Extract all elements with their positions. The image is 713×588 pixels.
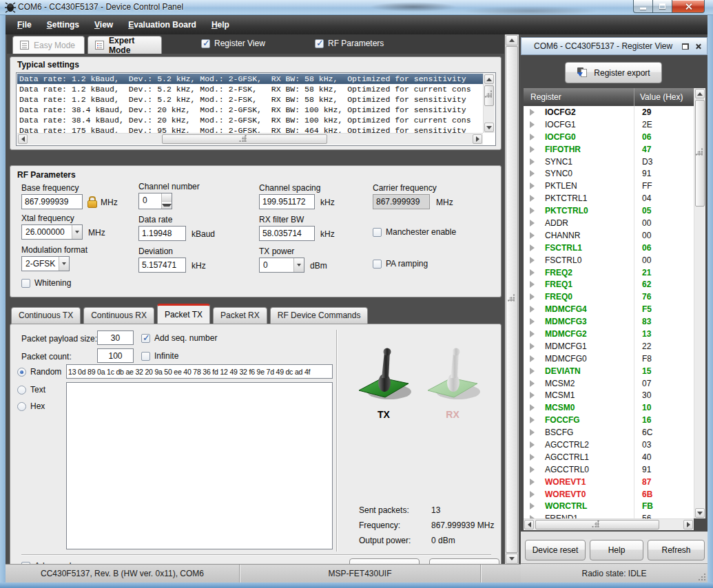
tab-continuous-tx[interactable]: Continuous TX [11, 307, 81, 324]
expand-icon[interactable] [530, 232, 535, 239]
register-row[interactable]: MDMCFG0F8 [524, 353, 694, 365]
register-row[interactable]: FSCTRL000 [524, 254, 694, 266]
deviation-input[interactable] [138, 258, 186, 273]
typical-setting-row[interactable]: Data rate: 175 kBaud, Dev.: 95 kHz, Mod.… [17, 125, 483, 133]
payload-textarea[interactable] [66, 382, 333, 549]
register-row[interactable]: DEVIATN15 [524, 365, 694, 377]
expand-icon[interactable] [530, 158, 535, 165]
table-hscrollbar[interactable] [524, 518, 694, 530]
tab-packet-tx[interactable]: Packet TX [157, 304, 210, 324]
register-row[interactable]: PKTCTRL005 [524, 204, 694, 217]
register-row[interactable]: IOCFG12E [524, 118, 694, 131]
expand-icon[interactable] [530, 207, 535, 214]
register-row[interactable]: IOCFG229 [524, 106, 694, 118]
table-hscroll-thumb[interactable] [535, 520, 659, 529]
listbox-vscrollbar[interactable] [483, 74, 495, 133]
close-button[interactable] [672, 0, 705, 13]
register-row[interactable]: AGCCTRL203 [524, 439, 694, 451]
register-row[interactable]: FREQ076 [524, 291, 694, 303]
expand-icon[interactable] [530, 134, 535, 140]
expand-icon[interactable] [530, 503, 535, 510]
tx-switch[interactable]: TX [352, 344, 415, 420]
register-row[interactable]: SYNC1D3 [524, 156, 694, 168]
expand-icon[interactable] [530, 429, 535, 436]
scroll-up-button[interactable] [695, 89, 705, 98]
expand-icon[interactable] [530, 244, 535, 251]
whitening-option[interactable]: Whitening [21, 278, 71, 288]
expand-icon[interactable] [530, 392, 535, 399]
scroll-up-button[interactable] [484, 74, 494, 84]
device-reset-button[interactable]: Device reset [525, 540, 586, 560]
refresh-button[interactable]: Refresh [648, 540, 705, 560]
vscroll-thumb[interactable] [484, 85, 494, 106]
register-row[interactable]: BSCFG6C [524, 426, 694, 439]
register-row[interactable]: MDMCFG213 [524, 328, 694, 340]
close-panel-icon[interactable] [695, 43, 701, 50]
data-rate-input[interactable] [138, 226, 186, 241]
menu-view[interactable]: View [87, 16, 121, 34]
register-row[interactable]: WORCTRLFB [524, 501, 694, 513]
tab-rf-device-commands[interactable]: RF Device Commands [270, 307, 369, 324]
spin-down-button[interactable] [162, 202, 172, 209]
expand-icon[interactable] [530, 368, 535, 375]
expand-icon[interactable] [530, 417, 535, 423]
scroll-left-button[interactable] [524, 520, 534, 529]
float-panel-icon[interactable] [682, 43, 689, 50]
scroll-down-button[interactable] [484, 123, 494, 132]
help-button[interactable]: Help [590, 540, 643, 560]
register-export-button[interactable]: Register export [565, 62, 662, 83]
register-row[interactable]: MCSM010 [524, 401, 694, 414]
scroll-right-button[interactable] [683, 520, 693, 529]
scroll-left-button[interactable] [18, 134, 28, 144]
pa-ramping-checkbox[interactable] [373, 260, 382, 269]
scroll-right-button[interactable] [473, 134, 482, 144]
register-row[interactable]: MCSM207 [524, 377, 694, 390]
manchester-enable-option[interactable]: Manchester enable [373, 227, 456, 237]
pa-ramping-option[interactable]: PA ramping [373, 259, 428, 269]
random-radio[interactable] [17, 368, 26, 377]
chevron-down-icon[interactable] [293, 258, 304, 272]
expand-icon[interactable] [530, 355, 535, 362]
menu-evaluation-board[interactable]: Evaluation Board [121, 16, 204, 34]
typical-settings-listbox[interactable]: Data rate: 1.2 kBaud, Dev.: 5.2 kHz, Mod… [16, 72, 496, 146]
expand-icon[interactable] [530, 269, 535, 276]
payload-size-input[interactable] [97, 330, 134, 345]
register-view-checkbox[interactable] [201, 39, 210, 48]
expand-icon[interactable] [530, 318, 535, 325]
register-row[interactable]: CHANNR00 [524, 229, 694, 242]
rf-parameters-toggle[interactable]: RF Parameters [315, 39, 384, 48]
xtal-frequency-select[interactable]: 26.000000 [21, 224, 83, 240]
expand-icon[interactable] [530, 121, 535, 128]
expand-icon[interactable] [530, 257, 535, 264]
register-row[interactable]: WOREVT187 [524, 476, 694, 488]
register-column-header[interactable]: Register [524, 92, 634, 102]
manchester-checkbox[interactable] [373, 228, 382, 237]
typical-setting-row[interactable]: Data rate: 1.2 kBaud, Dev.: 5.2 kHz, Mod… [17, 74, 483, 84]
packet-count-input[interactable] [97, 348, 134, 363]
register-row[interactable]: FOCCFG16 [524, 414, 694, 426]
menu-help[interactable]: Help [204, 16, 237, 34]
expand-icon[interactable] [530, 441, 535, 448]
expand-icon[interactable] [530, 466, 535, 473]
main-vscrollbar[interactable] [505, 34, 519, 565]
infinite-checkbox[interactable] [141, 352, 150, 361]
expand-icon[interactable] [530, 146, 535, 153]
expand-icon[interactable] [530, 220, 535, 227]
expand-icon[interactable] [530, 182, 535, 189]
register-row[interactable]: FSCTRL106 [524, 242, 694, 254]
register-table-header[interactable]: Register Value (Hex) [524, 88, 694, 106]
rx-switch[interactable]: RX [421, 344, 484, 420]
expand-icon[interactable] [530, 195, 535, 202]
expand-icon[interactable] [530, 343, 535, 350]
register-row[interactable]: FREQ162 [524, 278, 694, 291]
expand-icon[interactable] [530, 170, 535, 177]
register-row[interactable]: MDMCFG4F5 [524, 303, 694, 315]
register-row[interactable]: MDMCFG383 [524, 315, 694, 328]
register-row[interactable]: AGCCTRL091 [524, 463, 694, 476]
maximize-button[interactable] [653, 0, 672, 13]
register-row[interactable]: AGCCTRL140 [524, 451, 694, 463]
whitening-checkbox[interactable] [21, 279, 30, 288]
value-column-header[interactable]: Value (Hex) [634, 88, 694, 106]
expand-icon[interactable] [530, 306, 535, 313]
hex-mode-option[interactable]: Hex [17, 401, 45, 411]
